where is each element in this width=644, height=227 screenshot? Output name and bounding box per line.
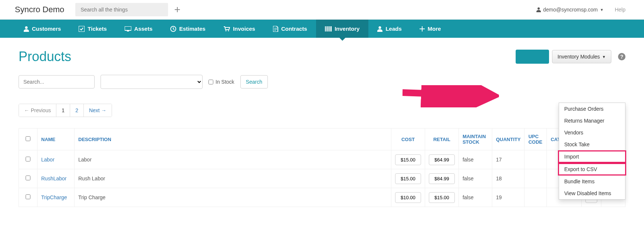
instock-checkbox[interactable] <box>208 80 213 84</box>
dropdown-purchase-orders[interactable]: Purchase Orders <box>559 103 625 115</box>
upc <box>525 150 547 169</box>
check-icon <box>79 26 85 32</box>
nav-invoices[interactable]: Invoices <box>214 20 264 38</box>
user-email: demo@syncromsp.com <box>543 7 598 13</box>
next-page[interactable]: Next → <box>84 104 112 117</box>
svg-point-4 <box>225 30 226 31</box>
col-name[interactable]: NAME <box>37 128 75 150</box>
nav-assets[interactable]: Assets <box>116 20 161 38</box>
topbar: Syncro Demo demo@syncromsp.com ▼ Help <box>0 0 644 20</box>
table-row: Labor Labor false 17 disable <box>19 150 625 169</box>
filters: In Stock Search <box>19 75 625 89</box>
col-cost[interactable]: COST <box>391 128 425 150</box>
caret-down-icon: ▼ <box>600 8 604 12</box>
product-name-link[interactable]: Labor <box>41 157 55 163</box>
svg-rect-2 <box>127 31 129 31</box>
file-icon <box>273 26 278 32</box>
col-maintain[interactable]: MAINTAIN STOCK <box>459 128 492 150</box>
user-icon <box>24 26 29 32</box>
products-table: NAME DESCRIPTION COST RETAIL MAINTAIN ST… <box>19 128 625 207</box>
hidden-button[interactable] <box>516 50 549 64</box>
cost-input[interactable] <box>395 154 421 165</box>
table-row: RushLabor Rush Labor false 18 disable <box>19 169 625 188</box>
product-description: Trip Charge <box>75 188 391 207</box>
col-upc[interactable]: UPC CODE <box>525 128 547 150</box>
quantity: 18 <box>492 169 524 188</box>
caret-down-icon: ▼ <box>602 55 606 59</box>
dropdown-import[interactable]: Import <box>558 150 626 163</box>
nav-estimates[interactable]: Estimates <box>161 20 214 38</box>
dropdown-view-disabled[interactable]: View Disabled Items <box>559 187 625 199</box>
help-link[interactable]: Help <box>615 7 625 13</box>
category-select[interactable] <box>101 75 203 89</box>
search-input[interactable] <box>19 75 95 89</box>
dropdown-vendors[interactable]: Vendors <box>559 127 625 138</box>
maintain-stock: false <box>459 150 492 169</box>
retail-input[interactable] <box>429 154 455 165</box>
cost-input[interactable] <box>395 173 421 184</box>
add-icon[interactable] <box>175 7 180 12</box>
upc <box>525 188 547 207</box>
col-quantity[interactable]: QUANTITY <box>492 128 524 150</box>
row-checkbox[interactable] <box>26 157 30 161</box>
user-menu[interactable]: demo@syncromsp.com ▼ <box>536 7 604 13</box>
barcode-icon <box>325 26 332 31</box>
search-button[interactable]: Search <box>240 75 268 89</box>
quantity: 17 <box>492 150 524 169</box>
inventory-modules-dropdown: Purchase Orders Returns Manager Vendors … <box>559 103 625 200</box>
select-all-header <box>19 128 37 150</box>
product-description: Labor <box>75 150 391 169</box>
dropdown-export-csv[interactable]: Export to CSV <box>558 163 626 176</box>
maintain-stock: false <box>459 188 492 207</box>
content: Products Inventory Modules ▼ ? Purchase … <box>0 38 644 214</box>
prev-page[interactable]: ← Previous <box>19 104 56 117</box>
page-2[interactable]: 2 <box>70 104 84 117</box>
user-icon <box>536 7 541 12</box>
navbar: Customers Tickets Assets Estimates Invoi… <box>0 20 644 38</box>
dropdown-bundle-items[interactable]: Bundle Items <box>559 176 625 187</box>
table-row: TripCharge Trip Charge false 19 disable <box>19 188 625 207</box>
monitor-icon <box>125 26 131 31</box>
page-1[interactable]: 1 <box>56 104 70 117</box>
inventory-modules-button[interactable]: Inventory Modules ▼ <box>552 50 611 63</box>
dropdown-stock-take[interactable]: Stock Take <box>559 138 625 150</box>
svg-rect-0 <box>79 26 85 32</box>
nav-inventory[interactable]: Inventory <box>316 20 369 38</box>
user-icon <box>377 26 382 32</box>
select-all-checkbox[interactable] <box>26 136 30 141</box>
maintain-stock: false <box>459 169 492 188</box>
retail-input[interactable] <box>429 192 455 203</box>
product-name-link[interactable]: RushLabor <box>41 176 67 181</box>
row-checkbox[interactable] <box>26 176 30 180</box>
help-icon[interactable]: ? <box>618 53 625 60</box>
clock-icon <box>170 26 176 32</box>
col-description[interactable]: DESCRIPTION <box>75 128 391 150</box>
product-description: Rush Labor <box>75 169 391 188</box>
page-title: Products <box>19 49 516 64</box>
global-search-input[interactable] <box>75 3 168 16</box>
dropdown-returns-manager[interactable]: Returns Manager <box>559 115 625 127</box>
svg-point-5 <box>228 30 229 31</box>
pagination: ← Previous 1 2 Next → <box>19 104 112 117</box>
cart-icon <box>223 26 230 31</box>
nav-tickets[interactable]: Tickets <box>70 20 115 38</box>
row-checkbox[interactable] <box>26 194 30 199</box>
brand[interactable]: Syncro Demo <box>15 5 64 14</box>
svg-rect-1 <box>125 26 131 30</box>
nav-customers[interactable]: Customers <box>15 20 70 38</box>
cost-input[interactable] <box>395 192 421 203</box>
retail-input[interactable] <box>429 173 455 184</box>
nav-more[interactable]: More <box>411 20 450 38</box>
product-name-link[interactable]: TripCharge <box>41 194 67 200</box>
quantity: 19 <box>492 188 524 207</box>
instock-checkbox-label[interactable]: In Stock <box>208 79 234 85</box>
svg-line-6 <box>402 93 488 96</box>
plus-icon <box>420 26 425 31</box>
col-retail[interactable]: RETAIL <box>425 128 459 150</box>
nav-leads[interactable]: Leads <box>368 20 410 38</box>
nav-contracts[interactable]: Contracts <box>264 20 316 38</box>
upc <box>525 169 547 188</box>
